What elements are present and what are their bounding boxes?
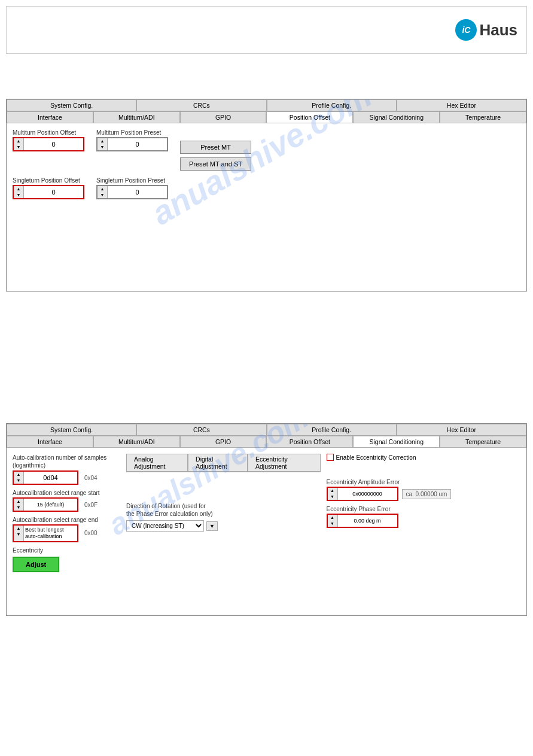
multiturn-offset-spinner[interactable]: ▲ ▼ 0 xyxy=(13,137,84,151)
multiturn-preset-value[interactable]: 0 xyxy=(108,139,167,149)
autocal-range-start-group: Autocalibration select range start ▲ ▼ 1… xyxy=(13,490,120,512)
enable-eccentricity-checkbox[interactable] xyxy=(327,454,334,461)
singleturn-preset-label: Singleturn Position Preset xyxy=(96,177,168,184)
amplitude-error-up[interactable]: ▲ xyxy=(328,488,337,494)
tab-interface-2[interactable]: Interface xyxy=(7,436,93,448)
multiturn-preset-arrows[interactable]: ▲ ▼ xyxy=(98,138,108,150)
amplitude-error-down[interactable]: ▼ xyxy=(328,494,337,500)
singleturn-offset-up[interactable]: ▲ xyxy=(14,186,23,192)
panel2-tabs-row2: Interface Multiturn/ADI GPIO Position Of… xyxy=(7,436,526,448)
singleturn-preset-down[interactable]: ▼ xyxy=(98,192,107,198)
autocal-range-end-arrows[interactable]: ▲ ▼ xyxy=(14,526,24,541)
singleturn-offset-spinner[interactable]: ▲ ▼ 0 xyxy=(13,185,84,199)
enable-eccentricity-label: Enable Eccentricity Correction xyxy=(336,454,416,461)
tab-multiturn-adi-1[interactable]: Multiturn/ADI xyxy=(93,111,180,123)
autocal-range-start-down[interactable]: ▼ xyxy=(14,505,23,511)
singleturn-offset-group: Singleturn Position Offset ▲ ▼ 0 xyxy=(13,177,84,199)
singleturn-offset-arrows[interactable]: ▲ ▼ xyxy=(14,186,24,198)
tab-system-config-1[interactable]: System Config. xyxy=(7,99,136,111)
tab-signal-conditioning-2[interactable]: Signal Conditioning xyxy=(353,436,440,448)
autocal-samples-up[interactable]: ▲ xyxy=(14,472,23,478)
panel1-content: Multiturn Position Offset ▲ ▼ 0 Multitur… xyxy=(7,123,526,291)
multiturn-preset-spinner[interactable]: ▲ ▼ 0 xyxy=(96,137,168,151)
tab-crcs-1[interactable]: CRCs xyxy=(136,99,266,111)
tab-eccentricity-adjustment[interactable]: Eccentricity Adjustment xyxy=(248,454,321,472)
autocal-range-end-spinner[interactable]: ▲ ▼ Best but longestauto-calibration xyxy=(13,524,78,542)
autocal-samples-value[interactable]: 0d04 xyxy=(24,473,77,482)
singleturn-offset-label: Singleturn Position Offset xyxy=(13,177,84,184)
tab-multiturn-adi-2[interactable]: Multiturn/ADI xyxy=(93,436,180,448)
multiturn-preset-down[interactable]: ▼ xyxy=(98,144,107,150)
panel1-tabs-row1: System Config. CRCs Profile Config. Hex … xyxy=(7,99,526,111)
autocal-range-end-up[interactable]: ▲ xyxy=(14,526,23,532)
autocal-range-end-value[interactable]: Best but longestauto-calibration xyxy=(24,526,77,541)
tab-gpio-1[interactable]: GPIO xyxy=(180,111,267,123)
multiturn-offset-value[interactable]: 0 xyxy=(24,139,83,149)
autocal-samples-arrows[interactable]: ▲ ▼ xyxy=(14,472,24,484)
phase-error-spinner[interactable]: ▲ ▼ 0.00 deg m xyxy=(327,514,398,528)
singleturn-preset-spinner[interactable]: ▲ ▼ 0 xyxy=(96,185,168,199)
singleturn-preset-up[interactable]: ▲ xyxy=(98,186,107,192)
tab-profile-config-1[interactable]: Profile Config. xyxy=(267,99,397,111)
amplitude-error-row: ▲ ▼ 0x00000000 ca. 0.00000 um xyxy=(327,487,521,501)
panel2: anualshive.com System Config. CRCs Profi… xyxy=(6,423,527,616)
phase-error-up[interactable]: ▲ xyxy=(328,515,337,521)
enable-eccentricity-row: Enable Eccentricity Correction xyxy=(327,454,521,461)
tab-system-config-2[interactable]: System Config. xyxy=(7,424,136,436)
autocal-range-start-up[interactable]: ▲ xyxy=(14,499,23,505)
singleturn-preset-arrows[interactable]: ▲ ▼ xyxy=(98,186,108,198)
autocal-range-end-down[interactable]: ▼ xyxy=(14,532,23,538)
panel2-left-col: Auto-calibration number of samples (loga… xyxy=(13,454,120,579)
tab-signal-conditioning-1[interactable]: Signal Conditioning xyxy=(353,111,440,123)
amplitude-error-spinner[interactable]: ▲ ▼ 0x00000000 xyxy=(327,487,398,501)
tab-interface-1[interactable]: Interface xyxy=(7,111,93,123)
phase-error-arrows[interactable]: ▲ ▼ xyxy=(328,515,338,527)
direction-dropdown-arrow[interactable]: ▼ xyxy=(206,521,218,531)
autocal-range-start-arrows[interactable]: ▲ ▼ xyxy=(14,499,24,511)
direction-label: Direction of Rotation (used forthe Phase… xyxy=(126,502,321,518)
singleturn-offset-down[interactable]: ▼ xyxy=(14,192,23,198)
tab-analog-adjustment[interactable]: Analog Adjustment xyxy=(126,454,188,472)
amplitude-error-group: Eccentricity Amplitude Error ▲ ▼ 0x00000… xyxy=(327,479,521,501)
multiturn-offset-arrows[interactable]: ▲ ▼ xyxy=(14,138,24,150)
singleturn-preset-group: Singleturn Position Preset ▲ ▼ 0 xyxy=(96,177,168,199)
autocal-range-start-value[interactable]: 15 (default) xyxy=(24,500,77,509)
tab-digital-adjustment[interactable]: Digital Adjustment xyxy=(188,454,248,472)
autocal-samples-spinner[interactable]: ▲ ▼ 0d04 xyxy=(13,470,78,485)
singleturn-preset-value[interactable]: 0 xyxy=(108,187,167,197)
tab-profile-config-2[interactable]: Profile Config. xyxy=(267,424,397,436)
tab-gpio-2[interactable]: GPIO xyxy=(180,436,267,448)
phase-error-value[interactable]: 0.00 deg m xyxy=(338,517,397,525)
tab-position-offset-1[interactable]: Position Offset xyxy=(266,111,353,123)
autocal-samples-field: ▲ ▼ 0d04 0x04 xyxy=(13,470,120,485)
preset-mt-st-button[interactable]: Preset MT and ST xyxy=(180,157,251,171)
direction-dropdown[interactable]: CW (Increasing ST) xyxy=(126,520,204,532)
preset-mt-button[interactable]: Preset MT xyxy=(180,141,251,154)
phase-error-label: Eccentricity Phase Error xyxy=(327,506,521,512)
panel1: anualshive.com System Config. CRCs Profi… xyxy=(6,99,527,292)
adjust-button[interactable]: Adjust xyxy=(13,557,59,572)
inner-tabs: Analog Adjustment Digital Adjustment Ecc… xyxy=(126,454,321,472)
eccentricity-group: Eccentricity Adjust xyxy=(13,547,120,574)
multiturn-preset-up[interactable]: ▲ xyxy=(98,138,107,144)
tab-temperature-1[interactable]: Temperature xyxy=(440,111,526,123)
phase-error-down[interactable]: ▼ xyxy=(328,521,337,527)
autocal-range-start-spinner[interactable]: ▲ ▼ 15 (default) xyxy=(13,497,78,512)
panel2-middle-col: Analog Adjustment Digital Adjustment Ecc… xyxy=(126,454,321,579)
multiturn-offset-up[interactable]: ▲ xyxy=(14,138,23,144)
logo-text: Haus xyxy=(479,21,517,40)
multiturn-preset-label: Multiturn Position Preset xyxy=(96,129,168,136)
amplitude-error-value[interactable]: 0x00000000 xyxy=(338,490,397,498)
tab-temperature-2[interactable]: Temperature xyxy=(440,436,526,448)
tab-hex-editor-1[interactable]: Hex Editor xyxy=(397,99,526,111)
middle-spacer xyxy=(6,303,527,423)
autocal-samples-down[interactable]: ▼ xyxy=(14,478,23,484)
singleturn-offset-value[interactable]: 0 xyxy=(24,187,83,197)
multiturn-offset-down[interactable]: ▼ xyxy=(14,144,23,150)
tab-crcs-2[interactable]: CRCs xyxy=(136,424,266,436)
preset-buttons: Preset MT Preset MT and ST xyxy=(180,129,251,172)
autocal-range-end-hex: 0x00 xyxy=(84,530,98,536)
amplitude-error-arrows[interactable]: ▲ ▼ xyxy=(328,488,338,500)
tab-position-offset-2[interactable]: Position Offset xyxy=(266,436,353,448)
tab-hex-editor-2[interactable]: Hex Editor xyxy=(397,424,526,436)
